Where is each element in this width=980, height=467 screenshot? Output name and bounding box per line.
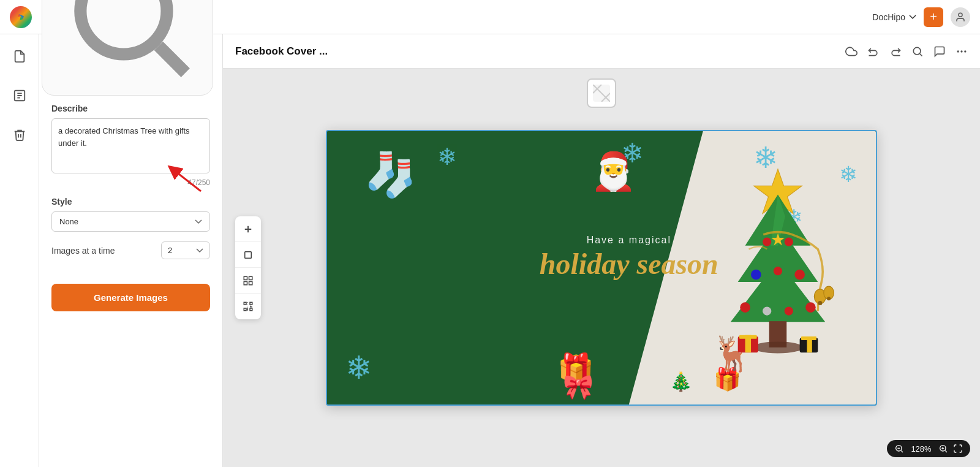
svg-point-45 [818, 301, 822, 305]
dochipo-label: DocHipo [872, 12, 905, 22]
expand-icon [953, 444, 963, 454]
style-select[interactable]: None Realistic Cartoon Sketch [51, 211, 210, 232]
expand-button[interactable] [953, 444, 963, 454]
canvas-topbar: Facebook Cover ... [223, 34, 980, 69]
describe-textarea[interactable]: a decorated Christmas Tree with gifts un… [51, 118, 210, 173]
main-layout: Documents Web Banner AI Images Describe … [0, 34, 980, 467]
describe-label: Describe [51, 104, 210, 113]
add-icon [243, 224, 254, 235]
user-icon [955, 12, 966, 23]
svg-point-47 [827, 297, 831, 300]
undo-button[interactable] [867, 45, 880, 58]
facebook-cover[interactable]: ❄ ❄ ❄ ❄ ❄ ❄ 🧦 🎅 Have a magical holiday s… [326, 130, 877, 406]
generate-images-button[interactable]: Generate Images [51, 284, 210, 311]
svg-point-27 [785, 238, 793, 246]
left-panel: Documents Web Banner AI Images Describe … [39, 34, 223, 467]
holiday-headline: holiday season [540, 248, 718, 281]
trash-icon [13, 128, 26, 142]
sidebar-item-trash[interactable] [7, 123, 32, 147]
canvas-actions [845, 45, 968, 58]
topbar-right: DocHipo + [872, 7, 970, 27]
document-icon [13, 50, 26, 63]
svg-rect-13 [245, 251, 252, 258]
svg-rect-43 [807, 336, 812, 352]
zoom-in-icon [938, 444, 948, 454]
svg-point-33 [785, 306, 793, 315]
create-button[interactable]: + [924, 7, 943, 27]
stocking: 🧦 [364, 150, 417, 200]
svg-rect-15 [249, 276, 252, 279]
canvas-search-button[interactable] [911, 45, 924, 58]
char-count: 47/250 [51, 178, 210, 187]
scene-text: Have a magical holiday season [540, 235, 718, 281]
search-icon [56, 0, 204, 91]
more-icon [956, 45, 968, 58]
svg-point-6 [957, 50, 959, 52]
images-row: Images at a time 1 2 3 4 [51, 241, 210, 259]
svg-point-31 [740, 302, 750, 313]
canvas-content[interactable]: ❄ ❄ ❄ ❄ ❄ ❄ 🧦 🎅 Have a magical holiday s… [223, 69, 980, 467]
undo-icon [867, 45, 880, 58]
christmas-scene: ❄ ❄ ❄ ❄ ❄ ❄ 🧦 🎅 Have a magical holiday s… [327, 131, 876, 404]
svg-rect-40 [745, 335, 752, 353]
svg-point-34 [805, 302, 816, 313]
cloud-icon [845, 45, 858, 58]
style-label: Style [51, 197, 210, 207]
app-logo[interactable] [10, 6, 32, 28]
santa-face: 🎅 [590, 150, 636, 193]
sidebar-item-documents[interactable] [7, 44, 32, 69]
svg-point-28 [751, 270, 761, 280]
svg-point-7 [960, 50, 962, 52]
svg-rect-20 [244, 308, 246, 311]
more-options-button[interactable] [956, 45, 968, 58]
sidebar-item-text[interactable] [7, 83, 32, 108]
text-icon [13, 89, 26, 102]
svg-point-30 [794, 270, 805, 280]
icon-sidebar [0, 34, 39, 467]
svg-point-26 [763, 238, 771, 246]
resize-button[interactable] [235, 242, 261, 268]
candy-cane: 🎄 [669, 371, 692, 392]
qr-button[interactable] [235, 294, 261, 319]
svg-rect-18 [244, 302, 246, 305]
redo-icon [889, 45, 902, 58]
svg-rect-14 [244, 276, 247, 279]
svg-point-37 [752, 341, 803, 353]
search-icon [911, 45, 924, 58]
svg-rect-16 [244, 281, 247, 284]
add-element-button[interactable] [235, 216, 261, 242]
zoom-out-button[interactable] [894, 444, 904, 454]
chevron-down-icon [909, 15, 916, 20]
search-box[interactable] [42, 0, 213, 96]
pattern-icon [593, 85, 610, 102]
comment-icon [933, 45, 946, 58]
dochipo-menu[interactable]: DocHipo [872, 12, 916, 22]
svg-point-29 [774, 267, 782, 275]
canvas-title: Facebook Cover ... [235, 45, 845, 58]
svg-rect-19 [250, 302, 252, 305]
topbar: DocHipo + [0, 0, 980, 34]
canvas-area: Facebook Cover ... [223, 34, 980, 467]
resize-icon [243, 249, 254, 260]
zoom-out-icon [894, 444, 904, 454]
comment-button[interactable] [933, 45, 946, 58]
zoom-bar: 128% [887, 440, 970, 457]
images-label: Images at a time [51, 246, 115, 256]
christmas-tree [698, 165, 858, 398]
gift-2: 🎀 [563, 373, 594, 401]
magical-subtitle: Have a magical [540, 235, 718, 246]
svg-point-2 [959, 13, 962, 17]
svg-point-8 [964, 50, 966, 52]
svg-point-1 [80, 0, 167, 54]
pattern-button[interactable] [587, 78, 616, 108]
grid-icon [243, 275, 254, 286]
images-select[interactable]: 1 2 3 4 [161, 241, 210, 259]
svg-point-32 [763, 306, 771, 315]
redo-button[interactable] [889, 45, 902, 58]
describe-container: a decorated Christmas Tree with gifts un… [51, 118, 210, 176]
grid-button[interactable] [235, 268, 261, 294]
cloud-save-button[interactable] [845, 45, 858, 58]
zoom-in-button[interactable] [938, 444, 948, 454]
floating-toolbar [235, 216, 261, 319]
user-avatar[interactable] [951, 7, 970, 27]
